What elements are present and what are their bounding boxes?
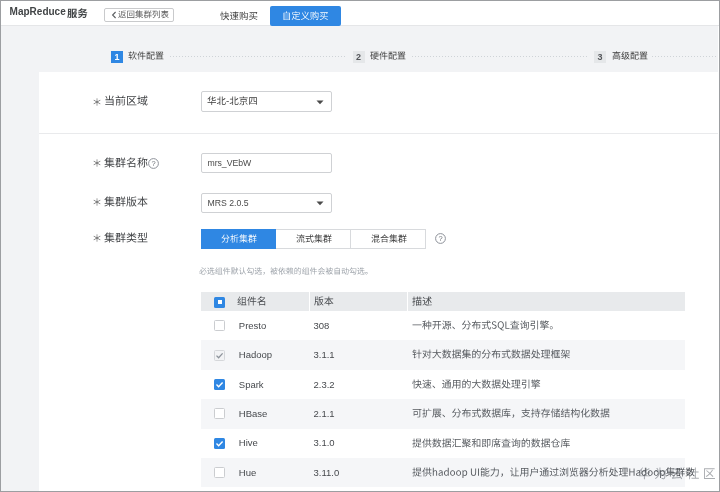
svg-text:?: ? [438, 234, 442, 243]
svg-text:?: ? [151, 159, 155, 168]
